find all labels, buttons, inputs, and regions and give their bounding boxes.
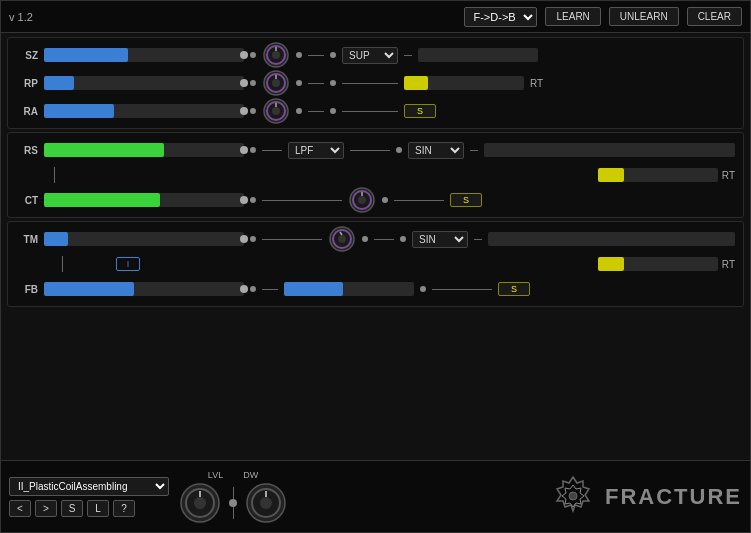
next-preset-button[interactable]: > bbox=[35, 500, 57, 517]
row-ra: RA S bbox=[16, 100, 735, 122]
sz-line2 bbox=[404, 55, 412, 56]
tm-slider[interactable] bbox=[44, 232, 244, 246]
fb-s-button[interactable]: S bbox=[498, 282, 530, 296]
row-fb: FB S bbox=[16, 278, 735, 300]
rp-dot bbox=[250, 80, 256, 86]
learn-button[interactable]: LEARN bbox=[545, 7, 600, 26]
rp-knob[interactable] bbox=[262, 69, 290, 97]
rs-sin-dropdown[interactable]: SIN bbox=[408, 142, 464, 159]
sz-rt-slider[interactable] bbox=[418, 48, 538, 62]
ct-dot2 bbox=[382, 197, 388, 203]
section-1: SZ SUP bbox=[7, 37, 744, 129]
rs-conn bbox=[262, 150, 282, 151]
rp-slider[interactable] bbox=[44, 76, 244, 90]
label-tm: TM bbox=[16, 234, 38, 245]
i-button[interactable]: I bbox=[116, 257, 140, 271]
tm-dropdown[interactable]: SIN bbox=[412, 231, 468, 248]
tm-dot bbox=[250, 236, 256, 242]
svg-point-22 bbox=[194, 497, 206, 509]
load-preset-button[interactable]: L bbox=[87, 500, 109, 517]
dw-knob[interactable] bbox=[245, 482, 287, 524]
tm-rt-area bbox=[488, 232, 735, 246]
tm-conn3 bbox=[474, 239, 482, 240]
section-2: RS LPF SIN bbox=[7, 132, 744, 218]
rs-dot2 bbox=[396, 147, 402, 153]
sz-dot3 bbox=[330, 52, 336, 58]
save-preset-button[interactable]: S bbox=[61, 500, 83, 517]
sz-dropdown[interactable]: SUP bbox=[342, 47, 398, 64]
lvl-dw-section: LVL DW bbox=[179, 470, 287, 524]
rp-rt-label: RT bbox=[530, 78, 543, 89]
fb-slider2[interactable] bbox=[284, 282, 414, 296]
rt-slider-3[interactable] bbox=[598, 257, 718, 271]
ra-conn bbox=[308, 111, 324, 112]
bottom-bar: II_PlasticCoilAssembling < > S L ? LVL D… bbox=[1, 460, 750, 532]
ct-s-button[interactable]: S bbox=[450, 193, 482, 207]
prev-preset-button[interactable]: < bbox=[9, 500, 31, 517]
ct-conn bbox=[262, 200, 342, 201]
row-rs-ct-conn: RT bbox=[16, 167, 735, 183]
row-tm: TM S bbox=[16, 228, 735, 250]
logo-text: FRACTURE bbox=[605, 484, 742, 510]
ra-slider[interactable] bbox=[44, 104, 244, 118]
rp-rt-slider[interactable] bbox=[404, 76, 524, 90]
ra-dot bbox=[250, 108, 256, 114]
sz-knob[interactable] bbox=[262, 41, 290, 69]
svg-point-14 bbox=[358, 196, 366, 204]
rt-slider-2[interactable] bbox=[598, 168, 718, 182]
lvl-dw-connector bbox=[229, 487, 237, 519]
ct-slider[interactable] bbox=[44, 193, 244, 207]
routing-select[interactable]: F->D->B bbox=[464, 7, 537, 27]
ct-knob[interactable] bbox=[348, 186, 376, 214]
label-rs: RS bbox=[16, 145, 38, 156]
section2-rt-label: RT bbox=[722, 170, 735, 181]
fracture-icon bbox=[549, 473, 597, 521]
tm-dot3 bbox=[400, 236, 406, 242]
tm-dot2 bbox=[362, 236, 368, 242]
svg-point-10 bbox=[272, 107, 280, 115]
ra-s-button[interactable]: S bbox=[404, 104, 436, 118]
ct-conn2 bbox=[394, 200, 444, 201]
fb-slider[interactable] bbox=[44, 282, 244, 296]
clear-button[interactable]: CLEAR bbox=[687, 7, 742, 26]
label-ra: RA bbox=[16, 106, 38, 117]
lvl-knob[interactable] bbox=[179, 482, 221, 524]
tm-knob[interactable] bbox=[328, 225, 356, 253]
content-area: SZ SUP bbox=[1, 33, 750, 460]
rs-conn3 bbox=[470, 150, 478, 151]
fb-conn bbox=[262, 289, 278, 290]
row-rp: RP bbox=[16, 72, 735, 94]
label-rp: RP bbox=[16, 78, 38, 89]
rs-dot bbox=[250, 147, 256, 153]
knobs-row bbox=[179, 482, 287, 524]
ct-dot bbox=[250, 197, 256, 203]
main-window: v 1.2 F->D->B LEARN UNLEARN CLEAR SZ bbox=[0, 0, 751, 533]
lvl-label: LVL bbox=[208, 470, 223, 480]
unlearn-button[interactable]: UNLEARN bbox=[609, 7, 679, 26]
svg-point-6 bbox=[272, 79, 280, 87]
rs-lpf-dropdown[interactable]: LPF bbox=[288, 142, 344, 159]
sz-dot2 bbox=[296, 52, 302, 58]
preset-select[interactable]: II_PlasticCoilAssembling bbox=[9, 477, 169, 496]
fb-dot2 bbox=[420, 286, 426, 292]
sz-slider[interactable] bbox=[44, 48, 244, 62]
label-fb: FB bbox=[16, 284, 38, 295]
rs-rt-area bbox=[484, 143, 735, 157]
preset-nav: < > S L ? bbox=[9, 500, 169, 517]
row-rs: RS LPF SIN bbox=[16, 139, 735, 161]
rp-conn bbox=[308, 83, 324, 84]
label-ct: CT bbox=[16, 195, 38, 206]
rs-slider[interactable] bbox=[44, 143, 244, 157]
section-3: TM S bbox=[7, 221, 744, 307]
top-bar: v 1.2 F->D->B LEARN UNLEARN CLEAR bbox=[1, 1, 750, 33]
ra-dot3 bbox=[330, 108, 336, 114]
preset-section: II_PlasticCoilAssembling < > S L ? bbox=[9, 477, 169, 517]
row-ct: CT S bbox=[16, 189, 735, 211]
section3-rt-label: RT bbox=[722, 259, 735, 270]
rp-conn2 bbox=[342, 83, 398, 84]
svg-point-18 bbox=[338, 235, 346, 243]
ra-knob[interactable] bbox=[262, 97, 290, 125]
fb-conn2 bbox=[432, 289, 492, 290]
svg-point-2 bbox=[272, 51, 280, 59]
help-button[interactable]: ? bbox=[113, 500, 135, 517]
